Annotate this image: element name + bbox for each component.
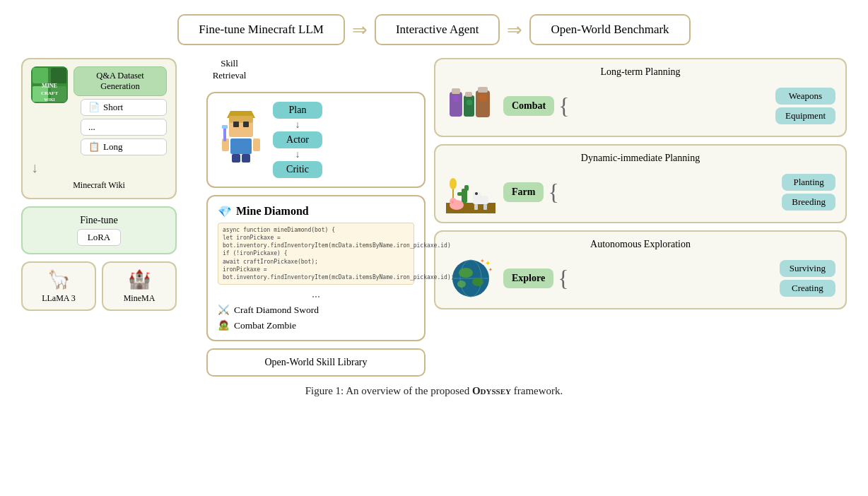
combat-middle: Combat { [503, 95, 768, 117]
llama-icon: 🦙 [27, 268, 90, 290]
svg-rect-27 [465, 92, 472, 97]
exploration-section: Autonomous Exploration [434, 230, 847, 309]
explore-tags: Surviving Creating [780, 260, 835, 297]
llama-label: LLaMA 3 [27, 293, 90, 304]
farm-label: Farm [503, 182, 544, 202]
skills-title: 💎 Mine Diamond [218, 205, 414, 218]
craft-sword-label: Craft Diamond Sword [234, 305, 319, 316]
surviving-tag: Surviving [780, 260, 835, 277]
zombie-icon: 🧟 [218, 319, 230, 331]
pipeline-arrow-2: ⇒ [507, 19, 522, 41]
combat-label: Combat [503, 96, 554, 116]
code-line3: if (!ironPickaxe) { [223, 249, 409, 257]
long-label: Long [103, 141, 122, 153]
equipment-tag: Equipment [775, 107, 835, 124]
critic-box: Critic [273, 161, 322, 178]
pipeline-row: Fine-tune Minecraft LLM ⇒ Interactive Ag… [21, 14, 847, 45]
exploration-title: Autonomous Exploration [445, 239, 835, 250]
qa-badge: Q&A Dataset Generation [74, 66, 167, 96]
left-panel: MINE CRAFT WIKI Q&A Dataset Generation 📄 [21, 58, 177, 311]
plan-actor-critic: Plan ↓ Actor ↓ Critic [273, 102, 322, 178]
exploration-content: ✦ ✦ ✦ Explore { Surviving Creating [445, 256, 835, 301]
minecraft-wiki-label: Minecraft Wiki [31, 180, 167, 191]
pac-arrow-1: ↓ [295, 120, 300, 130]
svg-rect-19 [242, 154, 250, 163]
dynamic-planning-title: Dynamic-immediate Planning [445, 153, 835, 164]
svg-point-47 [472, 278, 483, 286]
code-block: async function mineDiamond(bot) { let ir… [218, 223, 414, 285]
skills-box: 💎 Mine Diamond async function mineDiamon… [206, 195, 426, 341]
svg-rect-16 [222, 125, 228, 129]
main-container: Fine-tune Minecraft LLM ⇒ Interactive Ag… [0, 0, 868, 496]
lora-badge: LoRA [77, 229, 122, 246]
code-line1: async function mineDiamond(bot) { [223, 226, 409, 234]
long-item: 📋 Long [81, 138, 167, 155]
center-panel: Skill Retrieval [206, 58, 426, 377]
svg-rect-34 [464, 185, 469, 191]
planting-tag: Planting [782, 174, 835, 191]
svg-text:CRAFT: CRAFT [41, 90, 58, 96]
breeding-tag: Breeding [782, 194, 835, 211]
farm-middle: Farm { [503, 181, 775, 203]
dynamic-planning-section: Dynamic-immediate Planning [434, 144, 847, 223]
svg-rect-17 [253, 138, 260, 151]
explore-label: Explore [503, 268, 553, 288]
svg-rect-26 [452, 88, 460, 94]
weapons-tag: Weapons [775, 88, 835, 105]
code-dots: ... [218, 288, 414, 300]
svg-rect-1 [33, 68, 48, 83]
svg-rect-10 [229, 116, 253, 123]
mine-diamond-title: Mine Diamond [236, 205, 309, 218]
farm-brace: { [548, 181, 558, 203]
svg-text:✦: ✦ [480, 258, 485, 264]
svg-point-46 [459, 268, 473, 278]
svg-rect-37 [474, 204, 478, 210]
combat-image [445, 83, 496, 129]
actor-box: Actor [273, 131, 322, 148]
svg-rect-33 [457, 192, 463, 196]
combat-tags: Weapons Equipment [775, 88, 835, 124]
code-line4: await craftIronPickaxe(bot); [223, 258, 409, 266]
pac-arrow-2: ↓ [295, 150, 300, 160]
craft-sword-item: ⚔️ Craft Diamond Sword [218, 304, 414, 316]
svg-point-25 [479, 93, 487, 102]
farm-image [445, 170, 496, 215]
svg-text:MINE: MINE [42, 83, 57, 89]
short-item: 📄 Short [81, 99, 167, 116]
svg-text:✦: ✦ [485, 259, 491, 267]
svg-rect-11 [233, 122, 239, 127]
wiki-box: MINE CRAFT WIKI Q&A Dataset Generation 📄 [21, 58, 177, 199]
combat-brace: { [558, 95, 569, 117]
wiki-inner: MINE CRAFT WIKI Q&A Dataset Generation 📄 [31, 66, 167, 155]
dataset-items: 📄 Short ... 📋 Long [81, 99, 167, 155]
explore-brace: { [558, 267, 568, 290]
combat-zombie-item: 🧟 Combat Zombie [218, 319, 414, 331]
finetune-title: Fine-tune [33, 215, 165, 226]
diamond-icon: 💎 [218, 205, 232, 218]
skill-retrieval-label: Skill Retrieval [206, 58, 252, 82]
long-term-planning-section: Long-term Planning [434, 58, 847, 137]
figure-caption: Figure 1: An overview of the proposed Od… [21, 385, 847, 397]
pipeline-step2: Interactive Agent [375, 14, 500, 45]
pipeline-step3: Open-World Benchmark [529, 14, 690, 45]
svg-rect-15 [223, 127, 226, 141]
svg-point-42 [452, 201, 454, 203]
svg-rect-12 [243, 122, 249, 127]
svg-point-24 [467, 100, 472, 105]
caption-suffix: framework. [514, 385, 563, 396]
combat-zombie-label: Combat Zombie [234, 320, 296, 331]
right-panel: Long-term Planning [434, 58, 847, 309]
farm-tags: Planting Breeding [782, 174, 835, 211]
svg-rect-2 [51, 68, 66, 83]
svg-rect-21 [464, 95, 474, 117]
caption-text: Figure 1: An overview of the proposed [305, 385, 469, 396]
doc-icon-long: 📋 [88, 141, 100, 153]
doc-icon-short: 📄 [88, 102, 100, 113]
open-world-skill-library: Open-World Skill Library [206, 348, 426, 377]
long-term-planning-content: Combat { Weapons Equipment [445, 83, 835, 129]
svg-rect-13 [230, 138, 252, 154]
svg-point-48 [457, 281, 466, 288]
agent-box: Plan ↓ Actor ↓ Critic [206, 92, 426, 188]
llama-box: 🦙 LLaMA 3 [21, 261, 96, 311]
svg-rect-38 [483, 204, 487, 210]
